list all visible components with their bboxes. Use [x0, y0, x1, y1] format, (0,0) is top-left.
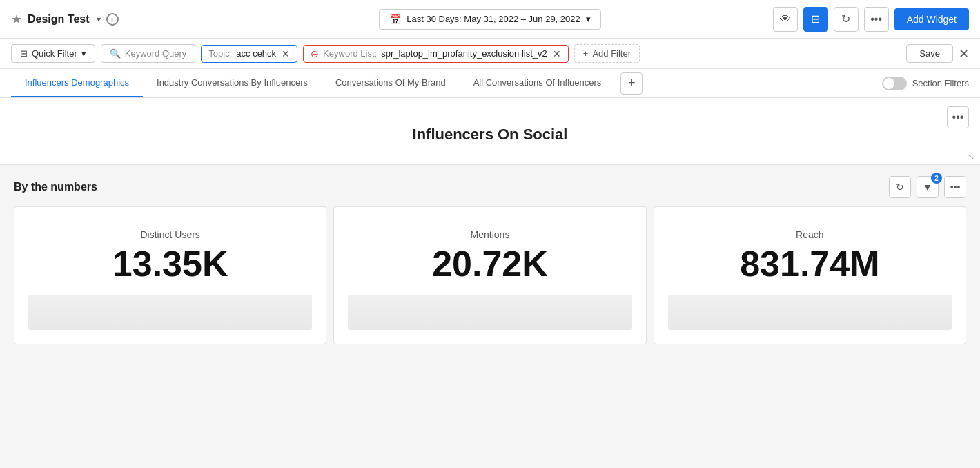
more-icon: •••: [870, 13, 882, 26]
tab-influencers-demographics[interactable]: Influencers Demographics: [11, 69, 143, 97]
section-title: By the numbers: [14, 181, 889, 193]
eye-button[interactable]: 👁: [773, 7, 798, 32]
widget-more-icon: •••: [952, 111, 964, 124]
keyword-query-label: Keyword Query: [125, 48, 187, 59]
title-chevron-icon[interactable]: ▾: [97, 14, 101, 24]
header-left: ★ Design Test ▾ i: [11, 12, 373, 27]
search-icon: 🔍: [110, 48, 121, 59]
topic-chip-close-icon[interactable]: ✕: [282, 48, 290, 59]
section-actions: ↻ ▼ 2 •••: [889, 176, 966, 198]
section-filters-text: Section Filters: [912, 78, 969, 88]
keyword-list-chip-close-icon[interactable]: ✕: [553, 48, 561, 59]
keyword-list-filter-chip[interactable]: ⊖ Keyword List: spr_laptop_im_profanity_…: [303, 45, 569, 63]
reach-chart: [668, 295, 952, 330]
add-filter-label: Add Filter: [592, 48, 631, 59]
keyword-list-chip-value: spr_laptop_im_profanity_exclusion list_v…: [381, 48, 547, 59]
info-icon[interactable]: i: [106, 13, 119, 26]
section-more-button[interactable]: •••: [944, 176, 966, 198]
distinct-users-label: Distinct Users: [140, 229, 199, 240]
stat-card-reach: Reach 831.74M: [654, 206, 966, 344]
add-widget-button[interactable]: Add Widget: [894, 8, 969, 30]
keyword-query-filter[interactable]: 🔍 Keyword Query: [101, 44, 196, 63]
filter-bar: ⊟ Quick Filter ▾ 🔍 Keyword Query Topic: …: [0, 39, 980, 69]
widget-more-button[interactable]: •••: [947, 106, 969, 128]
quick-filter-label: Quick Filter: [32, 48, 77, 59]
mentions-label: Mentions: [471, 229, 510, 240]
tab-all-conversations[interactable]: All Conversations Of Influencers: [460, 69, 616, 97]
resize-handle[interactable]: ⤡: [968, 152, 974, 162]
stat-cards-row: Distinct Users 13.35K Mentions 20.72K Re…: [0, 206, 980, 344]
tab-conversations-brand[interactable]: Conversations Of My Brand: [322, 69, 460, 97]
section-filters-toggle[interactable]: [882, 77, 907, 90]
eye-icon: 👁: [780, 13, 791, 26]
section-refresh-button[interactable]: ↻: [889, 176, 911, 198]
star-icon[interactable]: ★: [11, 12, 22, 27]
section-filters-label: Section Filters: [882, 77, 969, 90]
reach-value: 831.74M: [740, 246, 879, 282]
date-chevron-icon: ▾: [586, 14, 591, 24]
distinct-users-chart: [28, 295, 312, 330]
mentions-chart: [348, 295, 631, 330]
keyword-list-chip-label: Keyword List:: [323, 48, 377, 59]
section-more-icon: •••: [950, 182, 961, 193]
filter-icon: ⊟: [811, 12, 820, 26]
topic-chip-label: Topic:: [208, 48, 232, 59]
tab-add-button[interactable]: +: [620, 72, 643, 95]
distinct-users-value: 13.35K: [112, 246, 228, 282]
date-range-label: Last 30 Days: May 31, 2022 – Jun 29, 202…: [406, 14, 580, 24]
stat-card-mentions: Mentions 20.72K: [333, 206, 646, 344]
topic-filter-chip[interactable]: Topic: acc cehck ✕: [201, 45, 297, 63]
date-range-button[interactable]: 📅 Last 30 Days: May 31, 2022 – Jun 29, 2…: [379, 9, 601, 30]
tab-bar: Influencers Demographics Industry Conver…: [0, 69, 980, 98]
section-filter-icon: ▼: [923, 182, 932, 193]
quick-filter-funnel-icon: ⊟: [20, 48, 28, 59]
refresh-icon: ↻: [841, 12, 850, 26]
quick-filter-chevron-icon: ▾: [81, 48, 86, 59]
filter-button[interactable]: ⊟: [803, 7, 828, 32]
stat-card-distinct-users: Distinct Users 13.35K: [14, 206, 326, 344]
keyword-list-minus-icon: ⊖: [311, 48, 319, 59]
add-filter-button[interactable]: + Add Filter: [574, 44, 640, 63]
header-bar: ★ Design Test ▾ i 📅 Last 30 Days: May 31…: [0, 0, 980, 39]
widget-title-section: Influencers On Social ••• ⤡: [0, 98, 980, 165]
filter-badge: 2: [931, 173, 942, 184]
tab-industry-conversations[interactable]: Industry Conversations By Influencers: [143, 69, 322, 97]
add-filter-plus-icon: +: [583, 48, 589, 59]
refresh-button[interactable]: ↻: [834, 7, 859, 32]
section-refresh-icon: ↻: [896, 182, 904, 193]
header-right: 👁 ⊟ ↻ ••• Add Widget: [607, 7, 969, 32]
topic-chip-value: acc cehck: [236, 48, 276, 59]
mentions-value: 20.72K: [432, 246, 548, 282]
more-options-button[interactable]: •••: [864, 7, 889, 32]
widget-title: Influencers On Social: [413, 126, 568, 143]
save-button[interactable]: Save: [906, 44, 953, 63]
section-header: By the numbers ↻ ▼ 2 •••: [0, 165, 980, 206]
app-title: Design Test: [28, 13, 90, 26]
calendar-icon: 📅: [389, 14, 401, 25]
reach-label: Reach: [796, 229, 823, 240]
quick-filter-button[interactable]: ⊟ Quick Filter ▾: [11, 44, 95, 63]
filter-bar-close-button[interactable]: ✕: [959, 46, 969, 61]
section-filter-button[interactable]: ▼ 2: [917, 176, 939, 198]
header-center: 📅 Last 30 Days: May 31, 2022 – Jun 29, 2…: [379, 9, 601, 30]
